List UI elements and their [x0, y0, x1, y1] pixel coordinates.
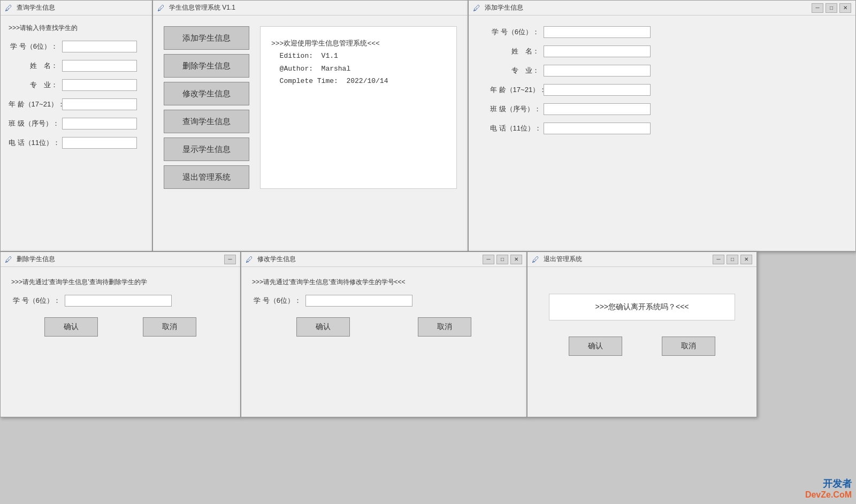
query-icon: 🖊 — [5, 4, 13, 12]
main-buttons-container: 添加学生信息 删除学生信息 修改学生信息 查询学生信息 显示学生信息 退出管理系… — [164, 26, 249, 189]
query-hint: >>>请输入待查找学生的 — [9, 24, 144, 33]
exit-cancel-button[interactable]: 取消 — [662, 337, 715, 356]
query-titlebar: 🖊 查询学生信息 — [1, 1, 152, 16]
modify-confirm-button[interactable]: 确认 — [296, 317, 350, 337]
add-input-age[interactable] — [544, 84, 651, 96]
exit-minimize-button[interactable]: ─ — [713, 255, 724, 264]
modify-hint: >>>请先通过'查询学生信息'查询待修改学生的学号<<< — [252, 278, 516, 287]
modify-field-row: 学 号（6位）： — [252, 295, 516, 307]
delete-field-row: 学 号（6位）： — [11, 295, 230, 307]
query-input-age[interactable] — [62, 98, 137, 110]
query-label-name: 姓 名： — [9, 61, 62, 71]
delete-title: 删除学生信息 — [17, 255, 224, 264]
modify-window-controls: ─ □ ✕ — [483, 255, 522, 264]
modify-icon: 🖊 — [246, 255, 254, 264]
main-titlebar: 🖊 学生信息管理系统 V1.1 — [153, 1, 468, 16]
query-field-row-5: 班 级（序号）： — [9, 118, 144, 129]
add-input-id[interactable] — [544, 26, 651, 38]
add-close-button[interactable]: ✕ — [839, 3, 851, 13]
modify-label-id: 学 号（6位）： — [252, 296, 305, 306]
modify-input-id[interactable] — [305, 295, 412, 307]
query-label-id: 学 号（6位）： — [9, 42, 62, 51]
exit-confirm-button[interactable]: 确认 — [569, 337, 622, 356]
modify-maximize-button[interactable]: □ — [496, 255, 508, 264]
add-label-age: 年 龄（17~21）： — [490, 85, 544, 95]
query-field-row-4: 年 龄（17~21）： — [9, 98, 144, 110]
modify-window: 🖊 修改学生信息 ─ □ ✕ >>>请先通过'查询学生信息'查询待修改学生的学号… — [241, 251, 527, 417]
query-input-id[interactable] — [62, 41, 137, 52]
delete-icon: 🖊 — [5, 255, 13, 264]
add-input-major[interactable] — [544, 65, 651, 77]
modify-student-button[interactable]: 修改学生信息 — [164, 82, 249, 105]
main-info-panel: >>>欢迎使用学生信息管理系统<<< Edition: V1.1 @Author… — [260, 26, 457, 189]
main-window: 🖊 学生信息管理系统 V1.1 添加学生信息 删除学生信息 修改学生信息 查询学… — [152, 0, 468, 251]
add-input-phone[interactable] — [544, 123, 651, 134]
delete-minimize-button[interactable]: ─ — [224, 255, 236, 264]
watermark: 开发者 DevZe.CoM — [805, 477, 852, 500]
query-student-button[interactable]: 查询学生信息 — [164, 110, 249, 133]
exit-title: 退出管理系统 — [544, 255, 713, 264]
add-label-class: 班 级（序号）： — [490, 104, 544, 114]
add-field-row-5: 班 级（序号）： — [490, 103, 834, 115]
query-title: 查询学生信息 — [17, 3, 148, 12]
query-window: 🖊 查询学生信息 >>>请输入待查找学生的 学 号（6位）： 姓 名： 专 业：… — [0, 0, 152, 251]
modify-cancel-button[interactable]: 取消 — [418, 317, 471, 337]
add-window: 🖊 添加学生信息 ─ □ ✕ 学 号（6位）： 姓 名： 专 业： 年 龄（17… — [468, 0, 856, 251]
add-field-row-3: 专 业： — [490, 65, 834, 77]
add-field-row-1: 学 号（6位）： — [490, 26, 834, 38]
watermark-line1: 开发者 — [805, 477, 852, 490]
modify-close-button[interactable]: ✕ — [510, 255, 522, 264]
modify-title: 修改学生信息 — [257, 255, 483, 264]
delete-confirm-button[interactable]: 确认 — [44, 317, 98, 337]
exit-maximize-button[interactable]: □ — [727, 255, 738, 264]
add-input-name[interactable] — [544, 45, 651, 57]
query-input-name[interactable] — [62, 60, 137, 72]
add-icon: 🖊 — [473, 4, 482, 12]
add-title: 添加学生信息 — [485, 3, 812, 12]
delete-student-button[interactable]: 删除学生信息 — [164, 54, 249, 78]
add-minimize-button[interactable]: ─ — [812, 3, 823, 13]
query-input-class[interactable] — [62, 118, 137, 129]
modify-minimize-button[interactable]: ─ — [483, 255, 494, 264]
exit-system-button[interactable]: 退出管理系统 — [164, 165, 249, 189]
exit-window: 🖊 退出管理系统 ─ □ ✕ >>>您确认离开系统吗？<<< 确认 取消 — [527, 251, 757, 417]
query-label-class: 班 级（序号）： — [9, 119, 62, 128]
add-field-row-2: 姓 名： — [490, 45, 834, 57]
query-label-age: 年 龄（17~21）： — [9, 100, 62, 109]
add-label-phone: 电 话（11位）： — [490, 124, 544, 133]
delete-cancel-button[interactable]: 取消 — [143, 317, 196, 337]
add-label-name: 姓 名： — [490, 47, 544, 56]
query-field-row-3: 专 业： — [9, 79, 144, 91]
query-input-phone[interactable] — [62, 137, 137, 149]
delete-input-id[interactable] — [65, 295, 172, 307]
exit-window-controls: ─ □ ✕ — [713, 255, 752, 264]
query-field-row-2: 姓 名： — [9, 60, 144, 72]
delete-hint: >>>请先通过'查询学生信息'查询待删除学生的学 — [11, 278, 230, 287]
add-input-class[interactable] — [544, 103, 651, 115]
query-input-major[interactable] — [62, 79, 137, 91]
query-label-major: 专 业： — [9, 80, 62, 90]
delete-titlebar: 🖊 删除学生信息 ─ — [1, 252, 240, 267]
add-maximize-button[interactable]: □ — [826, 3, 837, 13]
main-icon: 🖊 — [157, 4, 166, 12]
query-field-row-1: 学 号（6位）： — [9, 41, 144, 52]
add-titlebar: 🖊 添加学生信息 ─ □ ✕ — [469, 1, 855, 16]
delete-window: 🖊 删除学生信息 ─ >>>请先通过'查询学生信息'查询待删除学生的学 学 号（… — [0, 251, 241, 417]
delete-label-id: 学 号（6位）： — [11, 296, 65, 306]
main-title: 学生信息管理系统 V1.1 — [169, 3, 463, 12]
add-student-button[interactable]: 添加学生信息 — [164, 26, 249, 50]
add-label-major: 专 业： — [490, 66, 544, 75]
modify-titlebar: 🖊 修改学生信息 ─ □ ✕ — [241, 252, 526, 267]
exit-buttons: 确认 取消 — [538, 337, 746, 356]
show-student-button[interactable]: 显示学生信息 — [164, 138, 249, 161]
exit-close-button[interactable]: ✕ — [740, 255, 752, 264]
modify-buttons: 确认 取消 — [252, 317, 516, 337]
delete-buttons: 确认 取消 — [11, 317, 230, 337]
query-field-row-6: 电 话（11位）： — [9, 137, 144, 149]
query-label-phone: 电 话（11位）： — [9, 138, 62, 148]
add-field-row-6: 电 话（11位）： — [490, 123, 834, 134]
watermark-line2: DevZe.CoM — [805, 490, 852, 500]
exit-titlebar: 🖊 退出管理系统 ─ □ ✕ — [528, 252, 756, 267]
delete-window-controls: ─ — [224, 255, 236, 264]
add-window-controls: ─ □ ✕ — [812, 3, 851, 13]
